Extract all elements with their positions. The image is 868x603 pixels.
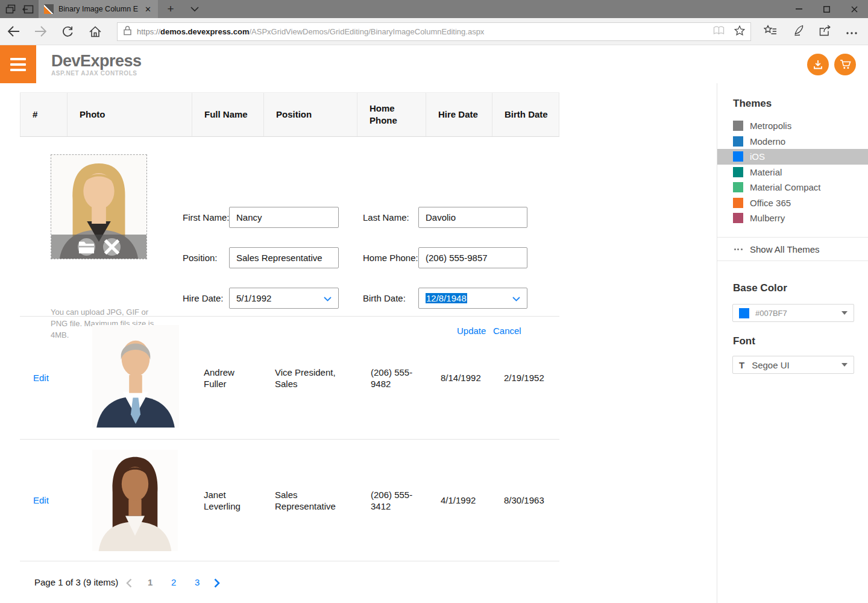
- url-scheme: https://: [137, 27, 160, 36]
- site-header: DevExpress ASP.NET AJAX CONTROLS: [0, 45, 868, 83]
- last-name-field[interactable]: [418, 207, 527, 228]
- pager-page-1: 1: [148, 577, 153, 587]
- reading-view-icon[interactable]: [713, 26, 725, 37]
- maximize-button[interactable]: [813, 0, 840, 18]
- employee-photo-janet: [92, 450, 178, 551]
- base-color-dropdown[interactable]: #007BF7: [732, 304, 854, 322]
- employee-grid: # Photo Full Name Position Home Phone Hi…: [20, 92, 559, 603]
- forward-icon[interactable]: [27, 18, 54, 45]
- position-label: Position:: [183, 247, 218, 268]
- tab-bar-left-controls: [0, 0, 39, 18]
- cell-hire-date: 8/14/1992: [441, 317, 492, 439]
- hire-date-value: 5/1/1992: [236, 293, 271, 303]
- new-tab-button[interactable]: +: [158, 0, 183, 18]
- chevron-down-icon[interactable]: [512, 293, 520, 303]
- ellipsis-icon: [733, 248, 743, 250]
- theme-item-ios-selected[interactable]: iOS: [717, 149, 868, 165]
- url-text: https://demos.devexpress.com/ASPxGridVie…: [137, 27, 708, 36]
- cell-position: Sales Representative: [275, 440, 341, 561]
- theme-item-office-365[interactable]: Office 365: [717, 195, 868, 211]
- browser-tab[interactable]: Binary Image Column E ✕: [39, 0, 158, 18]
- annotate-pen-icon[interactable]: [792, 25, 804, 39]
- theme-item-moderno[interactable]: Moderno: [717, 134, 868, 150]
- themes-title: Themes: [733, 98, 772, 110]
- refresh-icon[interactable]: [54, 18, 81, 45]
- base-color-value: #007BF7: [755, 309, 787, 318]
- edit-link[interactable]: Edit: [33, 494, 49, 506]
- table-row: Edit Janet Leverling Sales Representativ…: [20, 439, 559, 561]
- theme-swatch: [733, 167, 743, 177]
- pager-prev-icon[interactable]: [126, 578, 132, 590]
- cell-hire-date: 4/1/1992: [441, 440, 492, 561]
- first-name-field[interactable]: [229, 207, 339, 228]
- theme-item-metropolis[interactable]: Metropolis: [717, 118, 868, 134]
- font-icon: T: [739, 360, 744, 370]
- download-button[interactable]: [807, 54, 829, 75]
- theme-item-material-compact[interactable]: Material Compact: [717, 180, 868, 195]
- home-phone-field[interactable]: [418, 247, 527, 268]
- theme-swatch: [733, 198, 743, 208]
- set-tabs-aside-icon[interactable]: [4, 2, 17, 16]
- tab-title: Binary Image Column E: [58, 5, 139, 13]
- close-tab-icon[interactable]: ✕: [143, 5, 153, 14]
- theme-item-mulberry[interactable]: Mulberry: [717, 210, 868, 226]
- photo-overlay-toolbar: [51, 235, 146, 259]
- birth-date-field[interactable]: 12/8/1948: [418, 288, 527, 309]
- browser-window: Binary Image Column E ✕ +: [0, 0, 868, 603]
- theme-swatch: [733, 213, 743, 223]
- birth-date-value-selected: 12/8/1948: [426, 293, 467, 303]
- site-logo[interactable]: DevExpress ASP.NET AJAX CONTROLS: [51, 52, 142, 77]
- home-icon[interactable]: [81, 18, 108, 45]
- pager-summary: Page 1 of 3 (9 items): [34, 577, 118, 587]
- url-path: /ASPxGridViewDemos/GridEditing/BinaryIma…: [249, 27, 484, 36]
- theme-item-material[interactable]: Material: [717, 165, 868, 180]
- cart-button[interactable]: [834, 54, 856, 75]
- column-header-birth-date: Birth Date: [492, 93, 559, 136]
- base-color-swatch: [739, 308, 749, 318]
- column-header-position: Position: [264, 93, 357, 136]
- font-dropdown[interactable]: T Segoe UI: [732, 356, 854, 374]
- pager-page-2[interactable]: 2: [171, 577, 176, 587]
- hamburger-menu-icon[interactable]: [0, 45, 36, 83]
- theme-list: Metropolis Moderno iOS Material Material…: [717, 118, 868, 226]
- tabs-youve-set-aside-icon[interactable]: [21, 2, 34, 16]
- cell-full-name: Andrew Fuller: [204, 317, 258, 439]
- column-header-number: #: [20, 93, 68, 136]
- hire-date-field[interactable]: 5/1/1992: [229, 288, 339, 309]
- cell-birth-date: 8/30/1963: [504, 440, 555, 561]
- back-icon[interactable]: [0, 18, 27, 45]
- close-window-button[interactable]: [840, 0, 868, 18]
- cell-home-phone: (206) 555-3412: [371, 440, 426, 561]
- logo-subtitle: ASP.NET AJAX CONTROLS: [51, 70, 142, 77]
- add-favorite-star-icon[interactable]: [734, 25, 745, 38]
- grid-header-row: # Photo Full Name Position Home Phone Hi…: [20, 92, 559, 137]
- show-all-themes-button[interactable]: Show All Themes: [717, 241, 868, 257]
- column-header-full-name: Full Name: [192, 93, 264, 136]
- base-color-title: Base Color: [733, 282, 787, 294]
- tab-preview-chevron-icon[interactable]: [183, 0, 206, 18]
- chevron-down-icon[interactable]: [324, 293, 332, 303]
- font-title: Font: [733, 335, 755, 347]
- share-icon[interactable]: [819, 25, 831, 39]
- photo-upload-box[interactable]: [51, 154, 147, 259]
- edit-link[interactable]: Edit: [33, 372, 49, 384]
- minimize-button[interactable]: [785, 0, 813, 18]
- caret-down-icon: [841, 311, 848, 315]
- pager-page-3[interactable]: 3: [195, 577, 200, 587]
- more-options-icon[interactable]: [846, 26, 857, 37]
- position-field[interactable]: [229, 247, 339, 268]
- first-name-label: First Name:: [183, 207, 230, 228]
- open-folder-icon[interactable]: [78, 238, 95, 256]
- cell-birth-date: 2/19/1952: [504, 317, 555, 439]
- hire-date-label: Hire Date:: [183, 288, 224, 309]
- address-bar[interactable]: https://demos.devexpress.com/ASPxGridVie…: [117, 22, 751, 41]
- clear-photo-icon[interactable]: [103, 238, 121, 256]
- window-controls: [785, 0, 868, 18]
- pager-next-icon[interactable]: [214, 578, 220, 590]
- url-domain: demos.devexpress.com: [160, 27, 249, 36]
- theme-swatch: [733, 136, 743, 147]
- hub-favorites-icon[interactable]: [764, 25, 777, 38]
- cell-full-name: Janet Leverling: [204, 440, 258, 561]
- divider: [717, 237, 868, 238]
- theme-swatch: [733, 182, 743, 192]
